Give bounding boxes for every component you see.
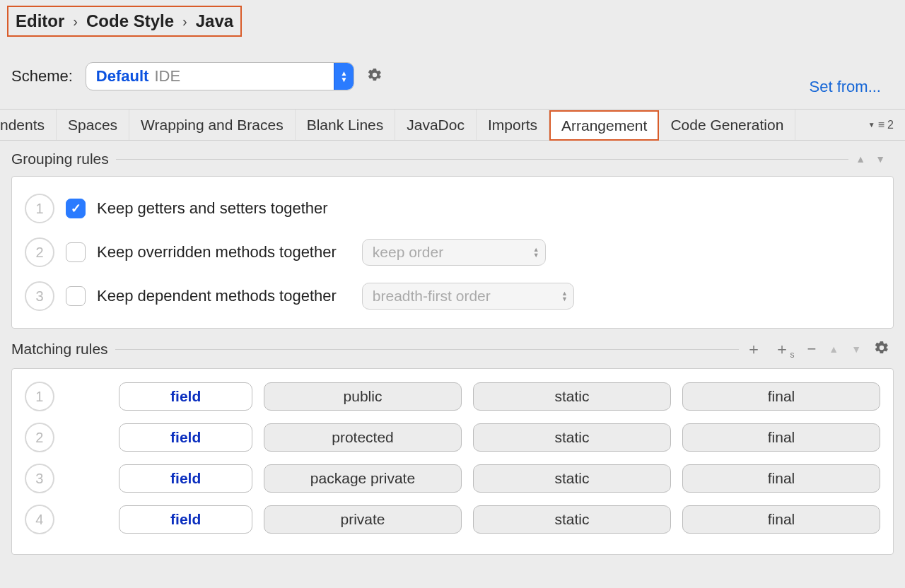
rule-number: 4 — [25, 505, 54, 534]
scheme-value: Default — [96, 67, 149, 86]
chevron-down-icon: ▼ — [868, 121, 875, 129]
matching-title: Matching rules — [11, 341, 108, 358]
grouping-title: Grouping rules — [11, 151, 109, 167]
matching-rule[interactable]: 2 field protected static final — [25, 417, 880, 458]
rule-label: Keep getters and setters together — [97, 199, 328, 218]
move-down-icon[interactable]: ▼ — [851, 343, 861, 355]
rule-number: 2 — [25, 237, 54, 267]
grouping-rule[interactable]: 3 Keep dependent methods together breadt… — [25, 274, 880, 318]
breadcrumb-codestyle[interactable]: Code Style — [86, 11, 174, 31]
matching-rule[interactable]: 4 field private static final — [25, 499, 880, 540]
pill-static[interactable]: static — [473, 423, 671, 452]
add-icon[interactable]: ＋ — [746, 339, 761, 360]
pill-type[interactable]: field — [119, 505, 252, 534]
scheme-suffix: IDE — [154, 67, 180, 86]
tab-overflow-indicator[interactable]: ▼ ≡ 2 — [868, 110, 905, 140]
pill-visibility[interactable]: public — [264, 382, 462, 411]
checkbox[interactable] — [66, 242, 86, 262]
pill-visibility[interactable]: private — [264, 505, 462, 534]
order-select[interactable]: keep order ▲▼ — [362, 239, 546, 266]
pill-visibility[interactable]: protected — [264, 423, 462, 452]
order-select[interactable]: breadth-first order ▲▼ — [362, 283, 574, 310]
pill-final[interactable]: final — [682, 464, 880, 493]
tab-javadoc[interactable]: JavaDoc — [395, 110, 477, 140]
remove-icon[interactable]: − — [807, 340, 816, 358]
rule-label: Keep overridden methods together — [97, 243, 337, 261]
pill-static[interactable]: static — [473, 382, 671, 411]
pill-static[interactable]: static — [473, 505, 671, 534]
chevron-right-icon: › — [73, 13, 78, 30]
tab-codegen[interactable]: Code Generation — [659, 110, 795, 140]
rule-number: 2 — [25, 423, 54, 452]
rule-label: Keep dependent methods together — [97, 287, 337, 305]
move-up-icon[interactable]: ▲ — [829, 343, 839, 355]
pill-type[interactable]: field — [119, 423, 252, 452]
updown-icon: ▲▼ — [561, 290, 568, 302]
pill-final[interactable]: final — [682, 505, 880, 534]
updown-icon[interactable]: ▲▼ — [334, 63, 354, 90]
move-up-icon[interactable]: ▲ — [856, 153, 865, 165]
rule-number: 1 — [25, 382, 54, 411]
scheme-select[interactable]: Default IDE ▲▼ — [86, 62, 354, 90]
breadcrumb-java[interactable]: Java — [196, 11, 233, 31]
pill-type[interactable]: field — [119, 382, 252, 411]
rule-number: 1 — [25, 194, 54, 223]
checkbox[interactable] — [66, 199, 86, 218]
list-icon: ≡ — [878, 119, 884, 131]
move-down-icon[interactable]: ▼ — [875, 153, 885, 165]
checkbox[interactable] — [66, 286, 86, 306]
pill-visibility[interactable]: package private — [264, 464, 462, 493]
tab-wrapping[interactable]: Wrapping and Braces — [129, 110, 296, 140]
chevron-right-icon: › — [182, 13, 187, 30]
scheme-label: Scheme: — [11, 67, 73, 86]
pill-type[interactable]: field — [119, 464, 252, 493]
grouping-rule[interactable]: 2 Keep overridden methods together keep … — [25, 230, 880, 274]
rule-number: 3 — [25, 281, 54, 311]
tab-indents[interactable]: ndents — [0, 110, 57, 140]
add-section-icon[interactable]: ＋s — [774, 339, 794, 360]
matching-rule[interactable]: 3 field package private static final — [25, 458, 880, 499]
tabs: ndents Spaces Wrapping and Braces Blank … — [0, 110, 905, 141]
pill-final[interactable]: final — [682, 382, 880, 411]
breadcrumb-editor[interactable]: Editor — [16, 11, 64, 31]
gear-icon[interactable] — [874, 340, 889, 359]
grouping-panel: 1 Keep getters and setters together 2 Ke… — [11, 176, 894, 329]
pill-final[interactable]: final — [682, 423, 880, 452]
matching-panel: 1 field public static final 2 field prot… — [11, 368, 894, 555]
grouping-rule[interactable]: 1 Keep getters and setters together — [25, 187, 880, 230]
pill-static[interactable]: static — [473, 464, 671, 493]
rule-number: 3 — [25, 464, 54, 493]
gear-icon[interactable] — [367, 67, 385, 86]
matching-rule[interactable]: 1 field public static final — [25, 376, 880, 417]
set-from-link[interactable]: Set from... — [810, 78, 881, 96]
breadcrumb: Editor › Code Style › Java — [7, 6, 242, 37]
tab-spaces[interactable]: Spaces — [57, 110, 129, 140]
tab-imports[interactable]: Imports — [477, 110, 549, 140]
tab-blank-lines[interactable]: Blank Lines — [296, 110, 396, 140]
tab-arrangement[interactable]: Arrangement — [549, 110, 659, 141]
updown-icon: ▲▼ — [533, 247, 539, 258]
